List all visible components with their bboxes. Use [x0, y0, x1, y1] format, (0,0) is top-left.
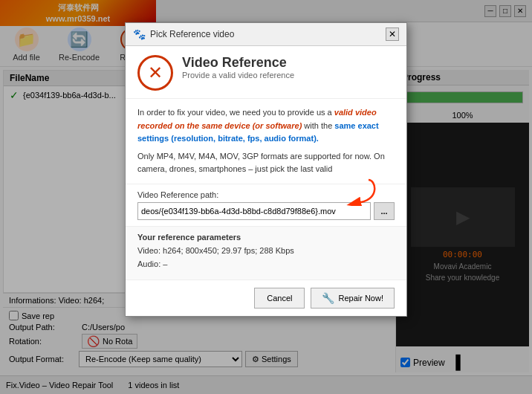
path-row: ...: [137, 202, 395, 220]
dialog-description: In order to fix your video, we need you …: [126, 99, 406, 184]
path-section: Video Reference path: ...: [126, 184, 406, 226]
dialog-title-section: 🐾 Pick Reference video: [133, 28, 234, 40]
ref-params-title: Your reference parameters: [137, 233, 395, 242]
app-window: 河泰软件网 www.mr0359.net Fix.Video – Video R…: [0, 0, 532, 394]
dialog: 🐾 Pick Reference video ✕ ✕ Video Referen…: [125, 22, 407, 317]
repair-now-button[interactable]: 🔧 Repair Now!: [311, 288, 395, 309]
dialog-title: Pick Reference video: [150, 29, 234, 39]
dialog-x-icon: ✕: [148, 62, 163, 83]
modal-overlay: 🐾 Pick Reference video ✕ ✕ Video Referen…: [0, 0, 532, 394]
desc-p1: In order to fix your video, we need you …: [137, 108, 334, 117]
dialog-header-text: Video Reference Provide a valid video re…: [182, 55, 294, 80]
dialog-header-icon: ✕: [137, 55, 173, 91]
dialog-header-section: ✕ Video Reference Provide a valid video …: [126, 46, 406, 99]
dialog-subheading: Provide a valid video reference: [182, 71, 294, 80]
repair-icon: 🔧: [322, 292, 334, 304]
dialog-close-button[interactable]: ✕: [386, 28, 399, 41]
desc-p2: with the: [302, 121, 334, 130]
dialog-buttons: Cancel 🔧 Repair Now!: [126, 280, 406, 316]
dialog-body: ✕ Video Reference Provide a valid video …: [126, 46, 406, 316]
ref-params-audio: Audio: –: [137, 258, 395, 271]
path-input[interactable]: [137, 202, 371, 220]
desc-p3: Only MP4, M4V, M4A, MOV, 3GP formats are…: [137, 150, 395, 176]
ref-params-video: Video: h264; 800x450; 29.97 fps; 288 Kbp…: [137, 245, 395, 258]
browse-button[interactable]: ...: [374, 202, 395, 220]
arrow-indicator: [339, 176, 376, 206]
dialog-titlebar: 🐾 Pick Reference video ✕: [126, 23, 406, 46]
dialog-title-icon: 🐾: [133, 28, 146, 40]
ref-params-section: Your reference parameters Video: h264; 8…: [126, 226, 406, 280]
dialog-heading: Video Reference: [182, 55, 294, 71]
repair-label: Repair Now!: [338, 294, 383, 303]
cancel-button[interactable]: Cancel: [254, 288, 305, 309]
